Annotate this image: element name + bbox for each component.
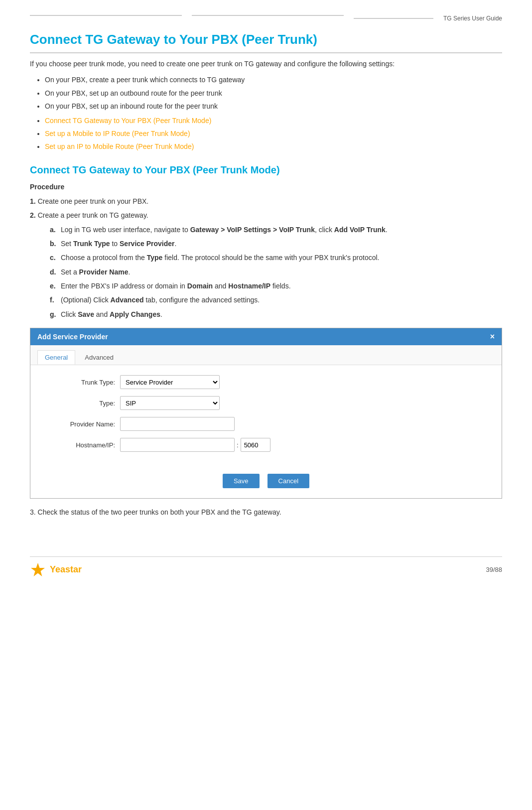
type-select[interactable]: SIP IAX	[120, 396, 220, 410]
substep-a-text: Log in TG web user interface, navigate t…	[61, 224, 388, 235]
substep-e: e. Enter the PBX's IP address or domain …	[50, 280, 502, 291]
dialog-body: Trunk Type: Service Provider Peer Trunk …	[30, 365, 502, 469]
main-steps-list: 1.Create one peer trunk on your PBX. 2.C…	[30, 196, 502, 221]
form-row-hostname: Hostname/IP: : 5060	[45, 438, 487, 452]
intro-paragraph: If you choose peer trunk mode, you need …	[30, 58, 502, 69]
dialog-footer: Save Cancel	[30, 469, 502, 498]
trunk-type-select[interactable]: Service Provider Peer Trunk	[120, 375, 220, 389]
save-button[interactable]: Save	[223, 474, 260, 488]
step-1: 1.Create one peer trunk on your PBX.	[30, 196, 502, 207]
substep-b-text: Set Trunk Type to Service Provider.	[61, 238, 176, 249]
substep-a: a. Log in TG web user interface, navigat…	[50, 224, 502, 235]
provider-name-input[interactable]	[120, 417, 235, 431]
step3-num: 3.	[30, 508, 36, 516]
substep-c: c. Choose a protocol from the Type field…	[50, 252, 502, 263]
section-heading: Connect TG Gateway to Your PBX (Peer Tru…	[30, 164, 502, 176]
orange-link-2[interactable]: Set up a Mobile to IP Route (Peer Trunk …	[45, 130, 190, 137]
dialog-titlebar: Add Service Provider ×	[30, 328, 502, 345]
form-row-type: Type: SIP IAX	[45, 396, 487, 410]
page-number: 39/88	[486, 566, 502, 573]
step-3: 3. Check the status of the two peer trun…	[30, 507, 502, 518]
header-line-3	[354, 18, 433, 19]
orange-bullets-list: Connect TG Gateway to Your PBX (Peer Tru…	[45, 115, 502, 152]
substep-b: b. Set Trunk Type to Service Provider.	[50, 238, 502, 249]
header-guide-title: TG Series User Guide	[443, 15, 502, 22]
hostname-input[interactable]	[120, 438, 235, 452]
form-row-trunk-type: Trunk Type: Service Provider Peer Trunk	[45, 375, 487, 389]
form-row-provider-name: Provider Name:	[45, 417, 487, 431]
svg-marker-0	[31, 563, 45, 576]
procedure-label: Procedure	[30, 183, 502, 191]
header-decoration: TG Series User Guide	[30, 10, 502, 22]
port-colon: :	[237, 441, 239, 449]
logo-area: Yeastar	[30, 562, 82, 578]
page-footer: Yeastar 39/88	[30, 556, 502, 578]
header-line-1	[30, 15, 182, 16]
hostname-group: : 5060	[120, 438, 270, 452]
header-line-2	[192, 15, 344, 16]
type-label: Type:	[45, 400, 115, 407]
substep-g-text: Click Save and Apply Changes.	[61, 309, 162, 320]
dialog-close-button[interactable]: ×	[490, 332, 495, 341]
tab-advanced[interactable]: Advanced	[77, 350, 121, 365]
black-bullet-1: On your PBX, create a peer trunk which c…	[45, 74, 502, 85]
substep-e-text: Enter the PBX's IP address or domain in …	[61, 280, 291, 291]
black-bullets-list: On your PBX, create a peer trunk which c…	[45, 74, 502, 112]
port-input[interactable]: 5060	[241, 438, 270, 452]
orange-link-1[interactable]: Connect TG Gateway to Your PBX (Peer Tru…	[45, 117, 211, 125]
substep-c-text: Choose a protocol from the Type field. T…	[61, 252, 380, 263]
orange-link-3[interactable]: Set up an IP to Mobile Route (Peer Trunk…	[45, 142, 194, 150]
substep-d-text: Set a Provider Name.	[61, 267, 130, 277]
substep-d: d. Set a Provider Name.	[50, 267, 502, 277]
dialog-tabs: General Advanced	[30, 345, 502, 365]
step3-text: Check the status of the two peer trunks …	[38, 508, 281, 516]
hostname-label: Hostname/IP:	[45, 441, 115, 449]
cancel-button[interactable]: Cancel	[267, 474, 309, 488]
black-bullet-2: On your PBX, set up an outbound route fo…	[45, 88, 502, 99]
black-bullet-3: On your PBX, set up an inbound route for…	[45, 101, 502, 112]
tab-general[interactable]: General	[37, 350, 75, 365]
yeastar-logo-icon	[30, 562, 46, 578]
trunk-type-label: Trunk Type:	[45, 379, 115, 386]
page-main-heading: Connect TG Gateway to Your PBX (Peer Tru…	[30, 32, 502, 53]
step-2: 2.Create a peer trunk on TG gateway.	[30, 210, 502, 221]
yeastar-logo-text: Yeastar	[50, 564, 82, 575]
provider-name-label: Provider Name:	[45, 420, 115, 428]
substep-f: f. (Optional) Click Advanced tab, config…	[50, 294, 502, 305]
add-service-provider-dialog: Add Service Provider × General Advanced …	[30, 328, 502, 499]
sub-steps-list: a. Log in TG web user interface, navigat…	[50, 224, 502, 320]
substep-f-text: (Optional) Click Advanced tab, configure…	[61, 294, 260, 305]
substep-g: g. Click Save and Apply Changes.	[50, 309, 502, 320]
dialog-title: Add Service Provider	[37, 333, 108, 341]
